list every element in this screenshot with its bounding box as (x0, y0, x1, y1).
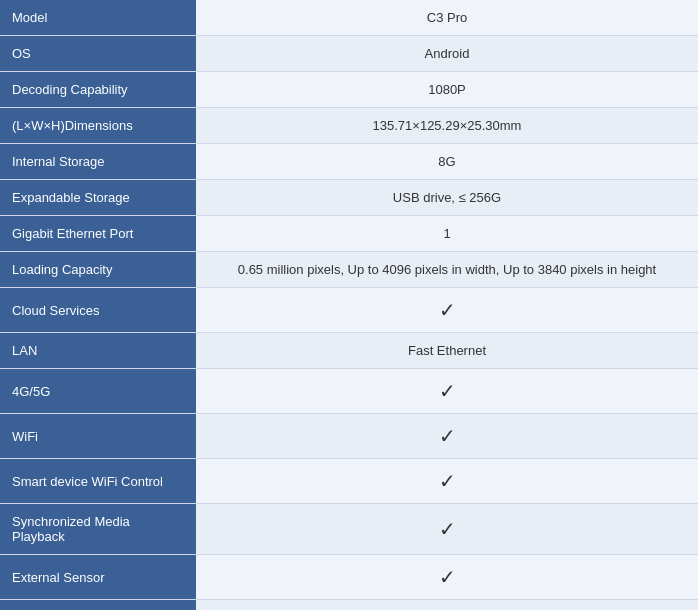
table-row: Streaming Media✓ (0, 600, 698, 611)
row-value: 8G (196, 144, 698, 180)
check-icon: ✓ (439, 518, 456, 540)
table-row: Expandable StorageUSB drive, ≤ 256G (0, 180, 698, 216)
table-row: 4G/5G✓ (0, 369, 698, 414)
row-label: Streaming Media (0, 600, 196, 611)
check-icon: ✓ (439, 470, 456, 492)
table-row: ModelC3 Pro (0, 0, 698, 36)
row-label: LAN (0, 333, 196, 369)
row-label: Smart device WiFi Control (0, 459, 196, 504)
row-value: 1 (196, 216, 698, 252)
row-label: Loading Capacity (0, 252, 196, 288)
table-row: LANFast Ethernet (0, 333, 698, 369)
check-icon: ✓ (439, 299, 456, 321)
table-row: Gigabit Ethernet Port1 (0, 216, 698, 252)
row-value: C3 Pro (196, 0, 698, 36)
table-row: (L×W×H)Dimensions135.71×125.29×25.30mm (0, 108, 698, 144)
row-label: Expandable Storage (0, 180, 196, 216)
table-row: External Sensor✓ (0, 555, 698, 600)
table-row: Smart device WiFi Control✓ (0, 459, 698, 504)
row-value: Android (196, 36, 698, 72)
table-row: Cloud Services✓ (0, 288, 698, 333)
row-value: USB drive, ≤ 256G (196, 180, 698, 216)
row-label: (L×W×H)Dimensions (0, 108, 196, 144)
row-label: Model (0, 0, 196, 36)
table-row: Decoding Capability1080P (0, 72, 698, 108)
specs-table: ModelC3 ProOSAndroidDecoding Capability1… (0, 0, 698, 610)
row-value: ✓ (196, 504, 698, 555)
row-label: Internal Storage (0, 144, 196, 180)
row-value: 135.71×125.29×25.30mm (196, 108, 698, 144)
row-label: 4G/5G (0, 369, 196, 414)
row-value: ✓ (196, 369, 698, 414)
check-icon: ✓ (439, 380, 456, 402)
row-value: Fast Ethernet (196, 333, 698, 369)
row-value: 1080P (196, 72, 698, 108)
table-row: OSAndroid (0, 36, 698, 72)
check-icon: ✓ (439, 425, 456, 447)
row-value: ✓ (196, 555, 698, 600)
row-label: Gigabit Ethernet Port (0, 216, 196, 252)
table-row: Loading Capacity0.65 million pixels, Up … (0, 252, 698, 288)
row-label: Cloud Services (0, 288, 196, 333)
table-row: Internal Storage8G (0, 144, 698, 180)
row-label: External Sensor (0, 555, 196, 600)
row-value: 0.65 million pixels, Up to 4096 pixels i… (196, 252, 698, 288)
row-value: ✓ (196, 414, 698, 459)
row-value: ✓ (196, 600, 698, 611)
row-label: Synchronized Media Playback (0, 504, 196, 555)
row-label: OS (0, 36, 196, 72)
row-value: ✓ (196, 288, 698, 333)
row-label: Decoding Capability (0, 72, 196, 108)
table-row: Synchronized Media Playback✓ (0, 504, 698, 555)
row-label: WiFi (0, 414, 196, 459)
row-value: ✓ (196, 459, 698, 504)
table-row: WiFi✓ (0, 414, 698, 459)
check-icon: ✓ (439, 566, 456, 588)
